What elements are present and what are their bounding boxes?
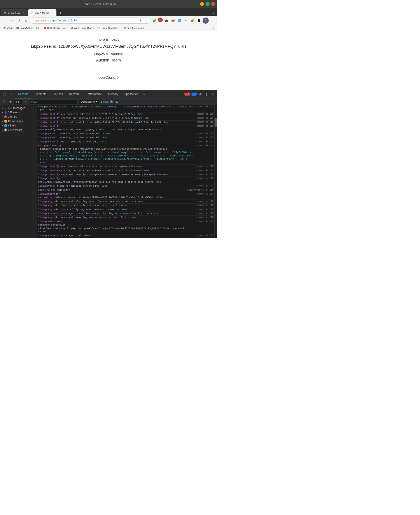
devtools-tab-network[interactable]: Network — [66, 90, 83, 98]
devtools-tab-performance[interactable]: Performance — [82, 90, 105, 98]
sidebar-item-verbose[interactable]: ▶ ⚙ 285 verbose — [0, 128, 37, 132]
peer-count-display: peerCount: 0 — [98, 76, 119, 80]
devtools-tab-console[interactable]: Console — [15, 90, 31, 98]
forward-button[interactable]: → — [9, 17, 15, 24]
msg-6-source[interactable]: common.js:113 — [195, 132, 213, 135]
opera-icon[interactable]: O — [158, 17, 163, 22]
sidebar-item-all[interactable]: ▶ ≡ 351 messages — [0, 106, 37, 110]
console-scrollbar[interactable] — [214, 105, 217, 238]
msg-12-source[interactable]: common.js:113 — [195, 173, 213, 176]
msg-1-source[interactable]: common.js:113 — [195, 105, 213, 108]
bookmark-icon[interactable]: ☆ — [144, 18, 148, 23]
bookmark-desci[interactable]: 🔴 DeSci Hub | Dew... — [42, 26, 69, 30]
msg-10-source[interactable]: common.js:113 — [195, 165, 213, 168]
info-badge[interactable]: ℹ 1 — [191, 93, 197, 96]
msg-16-source[interactable]: common.js:113 — [195, 193, 213, 196]
bookmarks-more-button[interactable]: » — [211, 27, 215, 29]
bookmark-web3[interactable]: 🦋 Web3 Jobs: Bloc... — [69, 26, 95, 30]
edit-icon[interactable]: ✏ — [183, 17, 189, 24]
eye-icon[interactable]: 👁 — [23, 99, 28, 104]
more-button[interactable]: ⋮ — [209, 17, 215, 24]
console-msg-12: libp2p:identify received identify from Q… — [37, 173, 214, 177]
extensions-icon[interactable]: 🧩 — [151, 17, 158, 24]
puzzle-icon[interactable]: 🧩 — [189, 17, 195, 24]
msg-2-content: libp2p:identify our observed address is … — [38, 113, 195, 116]
devtools-inspect-icon[interactable]: ⬚ — [2, 92, 7, 97]
msg-9-source[interactable]: common.js:113 — [195, 144, 213, 164]
share-icon[interactable]: ⬆ — [138, 18, 143, 23]
devtools-tab-elements[interactable]: Elements — [31, 90, 49, 98]
reload-button[interactable]: ↺ — [16, 17, 22, 24]
msg-22-source[interactable]: common.js:113 — [195, 220, 213, 234]
sidebar-item-errors[interactable]: ▶ ✕ 3 errors — [0, 115, 37, 119]
msg-23-source[interactable]: common.js:113 — [195, 234, 213, 237]
scrollbar-thumb[interactable] — [215, 118, 217, 127]
sidebar-item-user[interactable]: ▶ 👤 348 user m... — [0, 110, 37, 115]
msg-2-source[interactable]: common.js:113 — [195, 113, 213, 116]
translate-icon[interactable]: 🌐 — [176, 17, 182, 24]
msg-21-source[interactable]: common.js:113 — [195, 216, 213, 219]
log-levels-button[interactable]: Default levels ▾ — [79, 100, 99, 104]
console-messages-area[interactable]: ▶ /p2p/autonat/1.0.0 , '/libp2p/circuit/… — [37, 105, 214, 238]
console-filter-input[interactable] — [30, 100, 78, 104]
new-tab-button[interactable]: + — [57, 10, 63, 16]
devtools-close-button[interactable]: ✕ — [210, 92, 215, 97]
msg-8-source[interactable]: common.js:113 — [195, 140, 213, 143]
devtools-device-icon[interactable]: 📱 — [8, 92, 13, 97]
devtools-tab-sources[interactable]: Sources — [49, 90, 66, 98]
msg-18-source[interactable]: common.js:113 — [195, 204, 213, 207]
profile-button[interactable]: A — [202, 17, 209, 24]
maximize-button[interactable]: □ — [206, 2, 210, 6]
msg-3-source[interactable]: common.js:113 — [195, 117, 213, 120]
tab-2-close[interactable]: ✕ — [51, 11, 54, 14]
console-msg-15: checking for multiaddr HeliaProvider.jsx… — [37, 188, 214, 192]
auction-room-input[interactable] — [87, 66, 130, 72]
url-input[interactable] — [50, 19, 137, 22]
tab-1[interactable]: 🔔 172.19.0.6 ✕ — [1, 9, 28, 16]
devtools-tabs-more[interactable]: » — [141, 93, 146, 96]
msg-11-source[interactable]: common.js:113 — [195, 169, 213, 172]
phone-icon[interactable]: 📱 — [196, 17, 202, 24]
issue-badge[interactable]: 1 Issue: 1 — [101, 100, 113, 103]
close-button[interactable]: ✕ — [211, 2, 215, 6]
msg-17-source[interactable]: common.js:113 — [195, 200, 213, 203]
sidebar-item-warnings[interactable]: ▶ ⚠ No warnings — [0, 119, 37, 123]
tab-1-close[interactable]: ✕ — [22, 11, 25, 14]
msg-7-source[interactable]: common.js:113 — [195, 136, 213, 139]
minimize-button[interactable]: − — [200, 2, 204, 6]
msg-9-expand[interactable]: ▶ — [38, 144, 39, 164]
devtools-tab-memory[interactable]: Memory — [105, 90, 121, 98]
bookmark-directed[interactable]: 🐙 directed-stack/p... — [122, 26, 147, 30]
bookmark-hackathon[interactable]: 📋 Online Hackatho... — [96, 26, 122, 30]
title-bar: Vite + React - Chromium − □ ✕ — [0, 0, 217, 8]
console-settings-icon[interactable]: ⚙ — [114, 99, 120, 104]
butterfly-icon[interactable]: 🦋 — [170, 17, 176, 24]
back-button[interactable]: ← — [2, 17, 8, 24]
security-indicator: ⚠ Not secure — [32, 19, 47, 22]
clear-console-button[interactable]: 🚫 — [2, 99, 7, 104]
tab-expand-button[interactable]: ▾ — [210, 10, 216, 16]
devtools-tab-application[interactable]: Application — [121, 90, 142, 98]
address-bar[interactable]: ⚠ Not secure | ⬆ ☆ — [30, 17, 150, 24]
msg-20-source[interactable]: common.js:113 — [195, 212, 213, 215]
msg-19-source[interactable]: common.js:113 — [195, 208, 213, 211]
filter-toggle-icon[interactable]: ◉ — [8, 99, 13, 104]
sidebar-item-info[interactable]: ▶ ℹ 63 info — [0, 123, 37, 128]
msg-17-content: libp2p:upgrader outbound selecting muxer… — [38, 200, 195, 203]
msg-4-source[interactable]: common.js:113 — [195, 121, 213, 124]
msg-5-source[interactable]: common.js:113 — [195, 125, 213, 128]
home-button[interactable]: ⌂ — [23, 17, 29, 24]
msg-14-source[interactable]: common.js:113 — [195, 184, 213, 187]
devtools-more-icon[interactable]: ⋮ — [204, 92, 209, 97]
devtools-settings-icon[interactable]: ⚙ — [198, 92, 203, 97]
context-selector[interactable]: top ▾ — [14, 100, 22, 104]
msg-1-expand[interactable]: ▶ — [38, 105, 39, 108]
error-badge[interactable]: ✕ 3 — [184, 93, 191, 96]
wallet-icon[interactable]: 💼 — [163, 17, 169, 24]
tab-2-favicon: ⚡ — [30, 11, 33, 14]
tab-2[interactable]: ⚡ Vite + React ✕ — [28, 9, 56, 16]
msg-15-source[interactable]: HeliaProvider.jsx:166 — [184, 189, 213, 192]
bookmark-polus[interactable]: 🐻 PolusArcticus · Gi... — [15, 26, 42, 30]
msg-13-source[interactable]: common.js:113 — [195, 177, 213, 180]
bookmark-github[interactable]: 🐙 github — [2, 26, 15, 30]
